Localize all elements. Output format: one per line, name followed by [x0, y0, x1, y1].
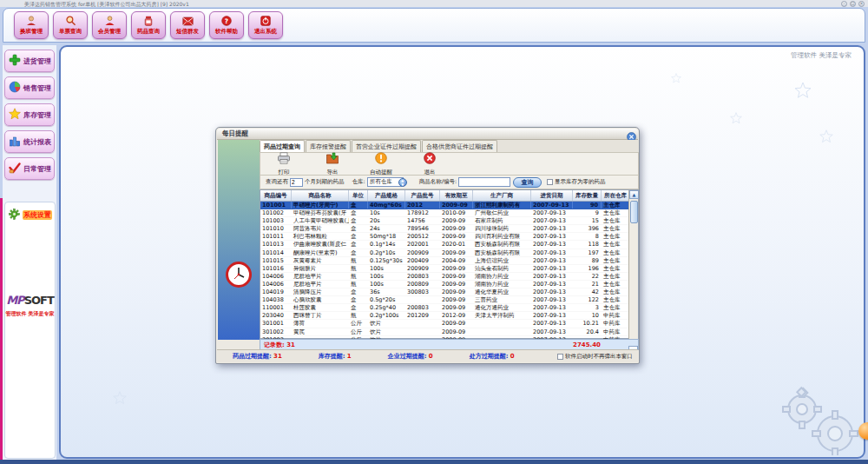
table-row[interactable]: 101013 伊曲康唑胶囊(斯皮仁 盒 0.1g*14s 202001 2020… — [260, 241, 629, 249]
table-row[interactable]: 101015 灰黄霉素片 瓶 0.125g*30s 200409 2004-09… — [260, 257, 629, 265]
window-controls: – □ × — [841, 1, 865, 7]
table-row[interactable]: 104038 心脑欣胶囊 盒 0.5g*20s 2009-09 三普药业 200… — [260, 296, 629, 304]
column-header[interactable]: 生产厂商 — [473, 190, 531, 201]
startup-checkbox-row[interactable]: 软件启动时不再弹出本窗口 — [557, 353, 638, 361]
warehouse-label: 仓库: — [352, 178, 365, 186]
minimize-button[interactable]: – — [841, 1, 847, 7]
tab-supplier-cert-expiry[interactable]: 合格供货商证件过期提醒 — [422, 140, 497, 152]
dialog-status-bar: 药品过期提醒: 31 库存提醒: 1 企业过期提醒: 0 处方过期提醒: 0 软… — [217, 349, 638, 362]
dialog-titlebar[interactable]: 每日提醒 — [217, 129, 638, 140]
column-header[interactable]: 产品批号 — [405, 190, 440, 201]
expiry-table: 商品编号商品名称单位产品规格产品批号有效期至生产厂商进货日期库存数量所在仓库 1… — [260, 189, 639, 339]
dialog-toolbar: 打印 导出 自动提醒 退出 — [260, 152, 639, 176]
toolbar-button-sms-broadcast[interactable]: 短信群发 — [170, 11, 205, 39]
column-header[interactable]: 产品规格 — [368, 190, 405, 201]
table-row[interactable]: 104006 尼群地平片 瓶 100s 200809 2009-09 湖南协力药… — [260, 281, 629, 288]
sidebar-item-inventory[interactable]: 库存管理 — [4, 103, 55, 126]
column-header[interactable]: 有效期至 — [440, 190, 473, 201]
sidebar-item-purchase[interactable]: 进货管理 — [4, 50, 55, 72]
column-header[interactable]: 商品编号 — [260, 190, 292, 201]
member-icon — [104, 15, 115, 27]
sidebar-item-label: 统计报表 — [23, 137, 51, 147]
scroll-up-icon[interactable]: ▲ — [629, 190, 639, 199]
months-filter-suffix: 个月到期的药品 — [305, 178, 345, 186]
months-input[interactable] — [290, 178, 303, 187]
close-button[interactable]: × — [858, 1, 865, 7]
toolbar-button-label: 会员管理 — [98, 28, 121, 36]
status-item: 处方过期提醒: 0 — [470, 352, 515, 361]
table-row[interactable]: 104006 尼群地平片 瓶 100s 200803 2009-09 湖南协力药… — [260, 273, 629, 281]
table-header: 商品编号商品名称单位产品规格产品批号有效期至生产厂商进货日期库存数量所在仓库 — [260, 190, 629, 202]
magnifier-icon — [65, 15, 76, 27]
envelope-icon — [182, 15, 194, 27]
column-header[interactable]: 库存数量 — [573, 190, 602, 201]
maximize-button[interactable]: □ — [850, 1, 856, 7]
sidebar-item-label: 库存管理 — [23, 110, 51, 120]
auto-remind-button[interactable]: 自动提醒 — [366, 151, 396, 176]
sidebar-item-label: 日常管理 — [23, 164, 51, 174]
sidebar-item-daily[interactable]: 日常管理 — [4, 157, 55, 180]
star-decoration — [671, 73, 681, 83]
scrollbar-thumb[interactable] — [630, 201, 638, 223]
toolbar-button-shift-management[interactable]: 换班管理 — [14, 11, 49, 39]
window-titlebar: 美泽达药销售管理系统 for单机 [美泽软件公司出品大药房] [9] 2020v… — [0, 0, 868, 7]
user-shift-icon — [26, 15, 37, 27]
startup-checkbox[interactable] — [557, 354, 563, 360]
dialog-close-icon[interactable] — [627, 129, 636, 138]
column-header[interactable]: 进货日期 — [531, 190, 573, 201]
toolbar-button-ticket-query[interactable]: 单票查询 — [53, 11, 88, 39]
gears-decoration — [763, 381, 858, 455]
export-button[interactable]: 导出 — [318, 151, 347, 176]
sidebar-item-settings[interactable]: 系统设置 — [5, 202, 55, 223]
toolbar-button-exit-system[interactable]: 退出系统 — [248, 11, 283, 39]
logo-mp-text: MP — [6, 294, 23, 307]
table-row[interactable]: 104019 清脑降压片 盒 36s 300803 2009-09 通化华夏药业… — [260, 288, 629, 296]
table-row[interactable]: 301001 薄荷 公斤 饮片 2009-09 2007-09-13 10.21… — [260, 320, 629, 328]
column-header[interactable]: 单位 — [349, 190, 368, 201]
tab-drug-expiry-query[interactable]: 药品过期查询 — [260, 140, 305, 152]
table-row[interactable]: 203040 西咪替丁片 瓶 0.2g*100s 201209 2012-09 … — [260, 312, 629, 320]
status-item: 企业过期提醒: 0 — [388, 352, 433, 361]
toolbar-button-label: 退出系统 — [254, 28, 277, 36]
workspace-watermark: 管理软件 美泽是专家 — [791, 51, 852, 60]
toolbar-button-member-management[interactable]: 会员管理 — [92, 11, 127, 39]
sidebar-item-reports[interactable]: 统计报表 — [4, 130, 55, 153]
tab-enterprise-cert-expiry[interactable]: 首营企业证件过期提醒 — [352, 140, 421, 152]
warehouse-select[interactable]: 所有仓库 ▲▼ — [367, 177, 404, 187]
table-row[interactable]: 301002 黄芪 公斤 饮片 2009-09 2007-09-13 20.4 … — [260, 328, 629, 336]
star-decoration — [730, 112, 742, 124]
export-icon — [326, 151, 339, 168]
table-row[interactable]: 101010 阿昔洛韦片 盒 24s 789546 2009-09 四川珍珠制药… — [260, 225, 629, 233]
column-header[interactable]: 所在仓库 — [602, 190, 630, 201]
window-bottom-edge — [0, 460, 868, 464]
help-icon: ? — [221, 15, 232, 27]
table-row[interactable]: 101002 甲硝唑芬布芬胶囊(牙 盒 10s 178912 2010-09 广… — [260, 209, 629, 217]
status-item: 药品过期提醒: 31 — [233, 352, 282, 361]
dialog-tabs: 药品过期查询 库存报警提醒 首营企业证件过期提醒 合格供货商证件过期提醒 — [260, 140, 639, 152]
column-header[interactable]: 商品名称 — [292, 190, 349, 201]
product-name-input[interactable] — [458, 177, 510, 187]
toolbar-button-drug-query[interactable]: 药品查询 — [131, 11, 166, 39]
vertical-scrollbar[interactable]: ▲ — [628, 190, 638, 339]
toolbar-button-software-help[interactable]: ? 软件帮助 — [209, 11, 244, 39]
table-row[interactable]: 110001 桂莲胶囊 盒 0.25g*40 200803 2009-09 通化… — [260, 304, 629, 312]
main-toolbar: 换班管理 单票查询 会员管理 药品查询 短信群发 — [3, 8, 865, 43]
table-row[interactable]: 101001 甲硝唑片(牙周宁) 盒 40mg*60s 2012 2009-09… — [260, 202, 629, 209]
zero-stock-checkbox[interactable] — [547, 179, 553, 185]
table-row[interactable]: 101016 异烟肼片 瓶 100s 200909 2009-09 汕头金石制药… — [260, 265, 629, 273]
star-icon — [9, 107, 21, 123]
table-row[interactable]: 101014 酮康唑片(里素劳) 盒 0.2g*10s 200909 2009-… — [260, 249, 629, 257]
tab-stock-alarm[interactable]: 库存报警提醒 — [306, 140, 351, 152]
star-decoration — [819, 129, 833, 143]
table-row[interactable]: 101011 利巴韦林颗粒 盒 50mg*18 200512 2009-09 四… — [260, 233, 629, 241]
dialog-exit-button[interactable]: 退出 — [415, 151, 444, 176]
print-button[interactable]: 打印 — [269, 151, 299, 176]
toolbar-button-label: 单票查询 — [59, 28, 82, 36]
query-button[interactable]: 查询 — [513, 177, 542, 188]
svg-text:?: ? — [225, 17, 228, 25]
spinner-icon[interactable]: ▲▼ — [398, 178, 407, 187]
exit-icon — [424, 151, 436, 168]
sidebar-item-sales[interactable]: 销售管理 — [4, 76, 55, 99]
star-decoration — [113, 391, 127, 405]
table-row[interactable]: 101003 人工牛黄甲硝唑胶囊(上 盒 20s 14756 2009-09 石… — [260, 217, 629, 225]
